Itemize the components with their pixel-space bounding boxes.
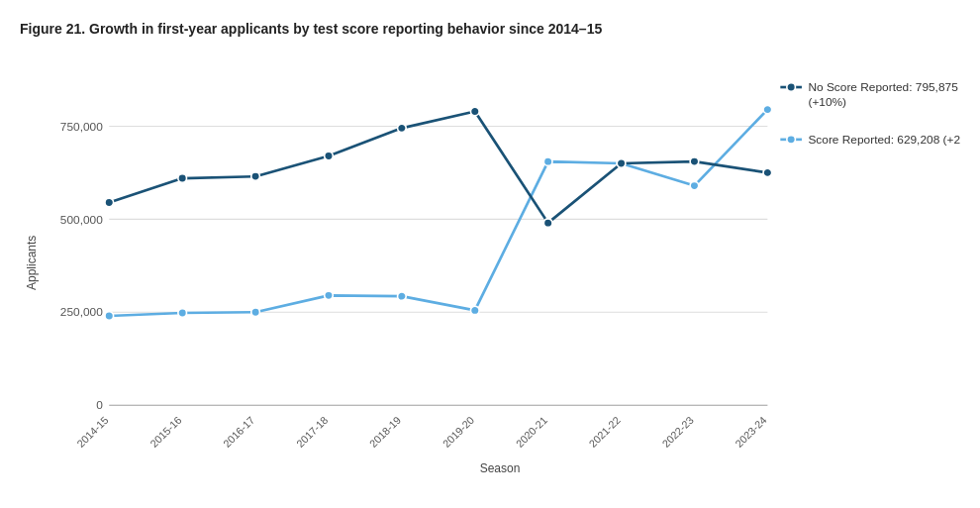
chart-title: Figure 21. Growth in first-year applican…	[20, 20, 960, 38]
svg-text:(+10%): (+10%)	[808, 95, 846, 108]
svg-point-27	[690, 182, 699, 190]
svg-text:2015-16: 2015-16	[147, 414, 184, 450]
svg-text:2023-24: 2023-24	[733, 414, 769, 450]
svg-text:2020-21: 2020-21	[513, 414, 549, 450]
svg-point-35	[543, 219, 552, 227]
x-axis-label: Season	[40, 461, 960, 475]
svg-point-31	[251, 172, 260, 180]
svg-text:2022-23: 2022-23	[659, 414, 696, 450]
svg-point-32	[325, 152, 334, 159]
svg-text:2014-15: 2014-15	[74, 414, 111, 450]
svg-point-22	[325, 291, 334, 299]
svg-point-20	[178, 309, 187, 317]
svg-point-24	[470, 306, 479, 314]
svg-point-19	[105, 312, 114, 320]
chart-area: Applicants 0250,000500,000750,0002014-15…	[20, 50, 960, 475]
y-axis-label: Applicants	[20, 50, 40, 475]
svg-point-44	[787, 136, 796, 144]
svg-point-38	[763, 168, 772, 176]
svg-text:0: 0	[96, 399, 103, 412]
svg-point-40	[787, 83, 796, 91]
svg-point-33	[398, 124, 407, 132]
svg-point-29	[105, 198, 114, 206]
svg-point-28	[763, 106, 772, 114]
chart-inner: 0250,000500,000750,0002014-152015-162016…	[40, 50, 960, 475]
svg-point-21	[251, 308, 260, 316]
svg-point-25	[543, 157, 552, 165]
line-chart: 0250,000500,000750,0002014-152015-162016…	[40, 50, 960, 457]
svg-text:No Score Reported: 795,875: No Score Reported: 795,875	[808, 81, 958, 94]
svg-text:2016-17: 2016-17	[221, 414, 257, 450]
svg-text:2018-19: 2018-19	[367, 414, 404, 450]
svg-point-37	[690, 157, 699, 165]
svg-text:2019-20: 2019-20	[441, 414, 477, 450]
svg-text:Score Reported: 629,208 (+2%): Score Reported: 629,208 (+2%)	[808, 133, 960, 146]
svg-point-23	[398, 292, 407, 300]
svg-text:750,000: 750,000	[60, 120, 103, 133]
svg-text:250,000: 250,000	[60, 306, 103, 319]
svg-text:500,000: 500,000	[60, 213, 103, 226]
svg-point-36	[617, 159, 626, 167]
svg-point-30	[178, 174, 187, 182]
svg-point-34	[470, 107, 479, 115]
svg-text:2017-18: 2017-18	[294, 414, 331, 450]
chart-container: Figure 21. Growth in first-year applican…	[0, 0, 980, 508]
svg-text:2021-22: 2021-22	[586, 414, 623, 450]
